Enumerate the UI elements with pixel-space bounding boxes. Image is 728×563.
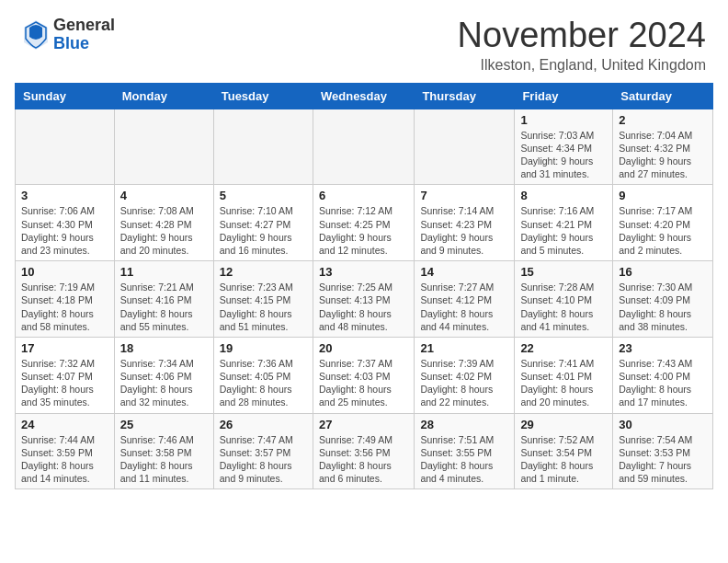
day-info: Sunrise: 7:03 AM Sunset: 4:34 PM Dayligh… (520, 129, 607, 181)
day-info: Sunrise: 7:43 AM Sunset: 4:00 PM Dayligh… (619, 357, 707, 409)
calendar-week-1: 1Sunrise: 7:03 AM Sunset: 4:34 PM Daylig… (16, 109, 713, 185)
calendar-cell: 5Sunrise: 7:10 AM Sunset: 4:27 PM Daylig… (213, 185, 313, 261)
calendar-cell: 9Sunrise: 7:17 AM Sunset: 4:20 PM Daylig… (613, 185, 713, 261)
day-info: Sunrise: 7:39 AM Sunset: 4:02 PM Dayligh… (420, 357, 508, 409)
calendar-cell: 15Sunrise: 7:28 AM Sunset: 4:10 PM Dayli… (515, 261, 613, 338)
day-info: Sunrise: 7:32 AM Sunset: 4:07 PM Dayligh… (21, 357, 108, 409)
day-number: 20 (319, 341, 408, 355)
day-number: 24 (21, 418, 108, 431)
calendar-cell (313, 109, 414, 185)
calendar-header-row: Sunday Monday Tuesday Wednesday Thursday… (16, 83, 713, 109)
calendar-cell: 18Sunrise: 7:34 AM Sunset: 4:06 PM Dayli… (114, 337, 213, 413)
day-number: 16 (619, 265, 707, 279)
day-info: Sunrise: 7:06 AM Sunset: 4:30 PM Dayligh… (21, 204, 108, 257)
day-number: 1 (520, 113, 607, 127)
calendar-week-4: 17Sunrise: 7:32 AM Sunset: 4:07 PM Dayli… (16, 337, 713, 413)
day-number: 5 (220, 189, 307, 202)
day-info: Sunrise: 7:30 AM Sunset: 4:09 PM Dayligh… (619, 281, 707, 333)
header-wednesday: Wednesday (313, 83, 414, 109)
day-number: 8 (520, 189, 607, 202)
calendar-week-2: 3Sunrise: 7:06 AM Sunset: 4:30 PM Daylig… (16, 185, 713, 261)
day-info: Sunrise: 7:12 AM Sunset: 4:25 PM Dayligh… (319, 204, 408, 257)
day-info: Sunrise: 7:51 AM Sunset: 3:55 PM Dayligh… (420, 433, 508, 486)
calendar-cell: 14Sunrise: 7:27 AM Sunset: 4:12 PM Dayli… (415, 261, 515, 338)
month-title: November 2024 (458, 17, 706, 55)
day-info: Sunrise: 7:04 AM Sunset: 4:32 PM Dayligh… (619, 129, 707, 181)
day-number: 9 (619, 189, 707, 202)
calendar-cell: 21Sunrise: 7:39 AM Sunset: 4:02 PM Dayli… (415, 337, 515, 413)
logo-general-text: General (53, 17, 115, 35)
calendar-cell: 7Sunrise: 7:14 AM Sunset: 4:23 PM Daylig… (415, 185, 515, 261)
calendar-cell (16, 109, 115, 185)
calendar-cell: 16Sunrise: 7:30 AM Sunset: 4:09 PM Dayli… (613, 261, 713, 338)
header-friday: Friday (515, 83, 613, 109)
day-number: 11 (120, 265, 208, 279)
logo: General Blue (22, 17, 115, 53)
calendar-cell: 25Sunrise: 7:46 AM Sunset: 3:58 PM Dayli… (114, 413, 213, 489)
calendar-table: Sunday Monday Tuesday Wednesday Thursday… (15, 83, 713, 489)
calendar-cell (213, 109, 313, 185)
day-number: 10 (21, 265, 108, 279)
day-info: Sunrise: 7:21 AM Sunset: 4:16 PM Dayligh… (120, 281, 208, 333)
calendar-cell: 17Sunrise: 7:32 AM Sunset: 4:07 PM Dayli… (16, 337, 115, 413)
day-number: 19 (220, 341, 307, 355)
day-info: Sunrise: 7:37 AM Sunset: 4:03 PM Dayligh… (319, 357, 408, 409)
day-number: 15 (520, 265, 607, 279)
day-info: Sunrise: 7:19 AM Sunset: 4:18 PM Dayligh… (21, 281, 108, 333)
day-number: 30 (619, 418, 707, 431)
location: Ilkeston, England, United Kingdom (458, 57, 706, 74)
day-info: Sunrise: 7:47 AM Sunset: 3:57 PM Dayligh… (220, 433, 307, 486)
day-number: 7 (420, 189, 508, 202)
title-area: November 2024 Ilkeston, England, United … (458, 17, 706, 74)
day-number: 13 (319, 265, 408, 279)
day-number: 12 (220, 265, 307, 279)
calendar-cell: 2Sunrise: 7:04 AM Sunset: 4:32 PM Daylig… (613, 109, 713, 185)
logo-blue-text: Blue (53, 35, 115, 53)
day-info: Sunrise: 7:28 AM Sunset: 4:10 PM Dayligh… (520, 281, 607, 333)
day-info: Sunrise: 7:25 AM Sunset: 4:13 PM Dayligh… (319, 281, 408, 333)
calendar-cell (415, 109, 515, 185)
day-info: Sunrise: 7:34 AM Sunset: 4:06 PM Dayligh… (120, 357, 208, 409)
day-info: Sunrise: 7:14 AM Sunset: 4:23 PM Dayligh… (420, 204, 508, 257)
day-number: 21 (420, 341, 508, 355)
calendar-cell: 28Sunrise: 7:51 AM Sunset: 3:55 PM Dayli… (415, 413, 515, 489)
header-sunday: Sunday (16, 83, 115, 109)
calendar-cell: 8Sunrise: 7:16 AM Sunset: 4:21 PM Daylig… (515, 185, 613, 261)
day-number: 28 (420, 418, 508, 431)
header-thursday: Thursday (415, 83, 515, 109)
day-info: Sunrise: 7:52 AM Sunset: 3:54 PM Dayligh… (520, 433, 607, 486)
day-number: 4 (120, 189, 208, 202)
day-number: 23 (619, 341, 707, 355)
day-info: Sunrise: 7:36 AM Sunset: 4:05 PM Dayligh… (220, 357, 307, 409)
day-info: Sunrise: 7:10 AM Sunset: 4:27 PM Dayligh… (220, 204, 307, 257)
calendar-cell: 20Sunrise: 7:37 AM Sunset: 4:03 PM Dayli… (313, 337, 414, 413)
day-info: Sunrise: 7:44 AM Sunset: 3:59 PM Dayligh… (21, 433, 108, 486)
day-number: 26 (220, 418, 307, 431)
calendar-cell: 12Sunrise: 7:23 AM Sunset: 4:15 PM Dayli… (213, 261, 313, 338)
day-number: 17 (21, 341, 108, 355)
calendar-cell: 4Sunrise: 7:08 AM Sunset: 4:28 PM Daylig… (114, 185, 213, 261)
day-info: Sunrise: 7:41 AM Sunset: 4:01 PM Dayligh… (520, 357, 607, 409)
calendar-cell: 23Sunrise: 7:43 AM Sunset: 4:00 PM Dayli… (613, 337, 713, 413)
day-info: Sunrise: 7:46 AM Sunset: 3:58 PM Dayligh… (120, 433, 208, 486)
day-info: Sunrise: 7:08 AM Sunset: 4:28 PM Dayligh… (120, 204, 208, 257)
day-number: 25 (120, 418, 208, 431)
calendar-cell: 27Sunrise: 7:49 AM Sunset: 3:56 PM Dayli… (313, 413, 414, 489)
header-monday: Monday (114, 83, 213, 109)
day-number: 29 (520, 418, 607, 431)
logo-icon (22, 18, 50, 52)
header-saturday: Saturday (613, 83, 713, 109)
day-number: 2 (619, 113, 707, 127)
page-header: General Blue November 2024 Ilkeston, Eng… (0, 0, 728, 83)
day-number: 3 (21, 189, 108, 202)
day-info: Sunrise: 7:54 AM Sunset: 3:53 PM Dayligh… (619, 433, 707, 486)
calendar-cell: 11Sunrise: 7:21 AM Sunset: 4:16 PM Dayli… (114, 261, 213, 338)
calendar-cell: 13Sunrise: 7:25 AM Sunset: 4:13 PM Dayli… (313, 261, 414, 338)
day-number: 27 (319, 418, 408, 431)
calendar-cell: 22Sunrise: 7:41 AM Sunset: 4:01 PM Dayli… (515, 337, 613, 413)
day-info: Sunrise: 7:27 AM Sunset: 4:12 PM Dayligh… (420, 281, 508, 333)
calendar-cell: 26Sunrise: 7:47 AM Sunset: 3:57 PM Dayli… (213, 413, 313, 489)
day-number: 22 (520, 341, 607, 355)
day-info: Sunrise: 7:23 AM Sunset: 4:15 PM Dayligh… (220, 281, 307, 333)
day-number: 6 (319, 189, 408, 202)
